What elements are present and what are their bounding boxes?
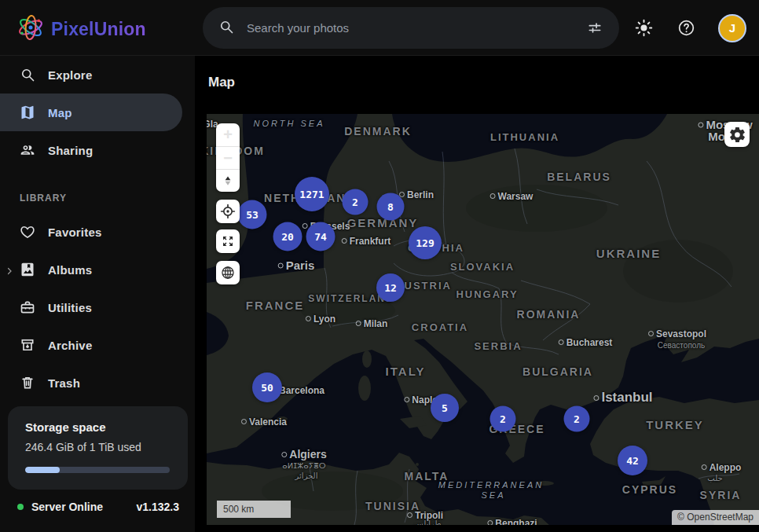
map-clusters-layer: 127128532074129125052242 <box>207 114 759 525</box>
map-settings-gear-button[interactable] <box>724 122 750 147</box>
map-cluster[interactable]: 5 <box>431 394 459 422</box>
map-cluster[interactable]: 74 <box>306 222 336 251</box>
sidebar-item-label: Archive <box>48 339 92 352</box>
archive-icon <box>20 337 35 353</box>
atom-logo-icon <box>16 13 46 46</box>
map-canvas[interactable]: NORTH SEAGlaDENMARKLITHUANIAMoscowMoKING… <box>207 114 759 525</box>
map-icon <box>20 105 35 120</box>
main-content: Map <box>195 56 759 532</box>
app-logo[interactable]: PixelUnion <box>16 13 146 46</box>
help-icon[interactable] <box>676 18 696 39</box>
map-zoom-controls: + − <box>216 123 240 192</box>
map-cluster[interactable]: 12 <box>376 273 405 302</box>
search-icon <box>218 19 234 38</box>
sidebar-item-label: Sharing <box>48 144 93 157</box>
locate-me-button[interactable] <box>216 200 240 223</box>
storage-usage: 246.4 GiB of 1 TiB used <box>25 441 175 453</box>
sidebar-library-item[interactable]: Trash <box>0 364 195 402</box>
map-cluster[interactable]: 2 <box>343 189 368 215</box>
map-cluster[interactable]: 20 <box>273 222 302 251</box>
map-cluster[interactable]: 53 <box>238 200 267 229</box>
album-icon <box>20 262 35 277</box>
map-cluster[interactable]: 42 <box>618 446 647 475</box>
map-cluster[interactable]: 1271 <box>295 177 329 211</box>
people-icon <box>20 142 35 158</box>
sidebar-item-label: Favorites <box>48 226 102 239</box>
utilities-icon <box>20 299 35 315</box>
fullscreen-button[interactable] <box>216 229 240 253</box>
sidebar-item-label: Trash <box>48 376 80 390</box>
zoom-out-button[interactable]: − <box>216 146 240 169</box>
sidebar-library-item[interactable]: Favorites <box>0 213 195 251</box>
pitch-toggle-button[interactable] <box>216 169 240 192</box>
page-title: Map <box>208 75 235 90</box>
sidebar-nav-item[interactable]: Sharing <box>0 131 195 169</box>
zoom-in-button[interactable]: + <box>216 123 240 146</box>
sidebar-item-label: Utilities <box>48 301 92 314</box>
sidebar: Explore Map Sharing LIBRARY Favorites Al… <box>0 56 195 532</box>
server-version[interactable]: v1.132.3 <box>137 501 180 513</box>
sidebar-library-item[interactable]: Albums <box>0 251 195 288</box>
search-input[interactable] <box>247 21 585 35</box>
theme-toggle-sun-icon[interactable] <box>633 18 654 39</box>
map-cluster[interactable]: 2 <box>564 406 590 432</box>
map-attribution[interactable]: © OpenStreetMap <box>672 510 759 525</box>
sidebar-nav-item[interactable]: Explore <box>0 56 195 94</box>
sidebar-item-label: Albums <box>48 263 92 277</box>
storage-progress-track <box>25 467 170 473</box>
sidebar-library-item[interactable]: Utilities <box>0 288 195 326</box>
server-status-dot <box>17 504 24 510</box>
storage-card: Storage space 246.4 GiB of 1 TiB used <box>8 406 188 490</box>
sidebar-nav-item[interactable]: Map <box>0 94 182 131</box>
search-filter-icon[interactable] <box>585 18 605 39</box>
map-cluster[interactable]: 8 <box>377 193 405 221</box>
globe-projection-button[interactable] <box>216 261 240 284</box>
map-cluster[interactable]: 129 <box>409 226 442 259</box>
sidebar-item-label: Explore <box>48 68 92 82</box>
sidebar-item-label: Map <box>48 106 72 119</box>
chevron-right-icon[interactable] <box>5 265 14 274</box>
trash-icon <box>20 375 35 391</box>
map-cluster[interactable]: 2 <box>490 406 516 432</box>
storage-title: Storage space <box>25 420 175 434</box>
map-cluster[interactable]: 50 <box>252 372 282 402</box>
map-scale-bar: 500 km <box>217 501 291 518</box>
sidebar-library-item[interactable]: Archive <box>0 326 195 364</box>
search-bar[interactable] <box>203 7 619 49</box>
search-icon <box>20 67 35 83</box>
app-name: PixelUnion <box>51 19 146 40</box>
storage-progress-fill <box>25 467 60 473</box>
top-bar: PixelUnion J <box>0 0 759 56</box>
heart-icon <box>20 224 35 240</box>
library-section-label: LIBRARY <box>20 193 195 204</box>
server-status: Server Online <box>31 501 103 513</box>
avatar[interactable]: J <box>718 14 746 42</box>
